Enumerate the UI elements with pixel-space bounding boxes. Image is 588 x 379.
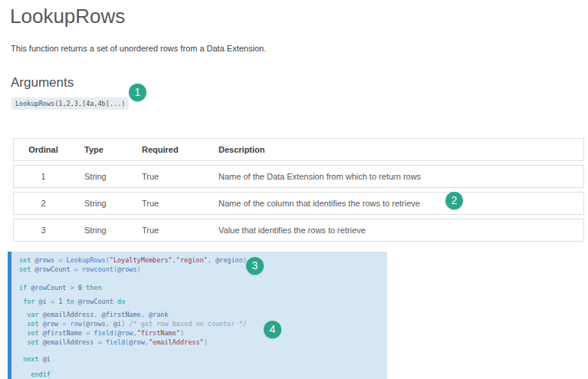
annotation-badge-1: 1 bbox=[129, 84, 146, 101]
code-line: set @firstName = field(@row,"firstName") bbox=[19, 328, 387, 338]
code-line: next @i bbox=[19, 354, 387, 364]
column-header-ordinal: Ordinal bbox=[13, 138, 73, 161]
cell-ordinal: 2 bbox=[13, 192, 73, 215]
column-header-required: Required bbox=[130, 138, 203, 161]
cell-type: String bbox=[73, 219, 130, 242]
cell-description: Name of the Data Extension from which to… bbox=[203, 165, 584, 188]
annotation-badge-4: 4 bbox=[264, 321, 281, 338]
code-block: set @rows = LookupRows("LoyaltyMembers",… bbox=[8, 252, 387, 379]
annotation-badge-2: 2 bbox=[445, 192, 463, 209]
arguments-heading: Arguments bbox=[11, 75, 74, 91]
code-line: for @i = 1 to @rowCount do bbox=[19, 297, 387, 306]
docs-page: LookupRows This function returns a set o… bbox=[0, 0, 588, 379]
annotation-badge-3: 3 bbox=[246, 257, 264, 275]
code-line: endif bbox=[19, 370, 387, 379]
cell-description: Name of the column that identifies the r… bbox=[203, 192, 584, 215]
page-description: This function returns a set of unordered… bbox=[11, 43, 266, 54]
column-header-type: Type bbox=[73, 138, 130, 161]
table-row: 2StringTrueName of the column that ident… bbox=[13, 192, 584, 215]
cell-ordinal: 1 bbox=[13, 165, 73, 188]
column-header-description: Description bbox=[203, 138, 584, 161]
table-header: OrdinalTypeRequiredDescription bbox=[13, 138, 584, 161]
arguments-table-body: 1StringTrueName of the Data Extension fr… bbox=[13, 165, 584, 242]
code-line: set @rowCount = rowcount(@rows) bbox=[19, 265, 387, 274]
code-line: var @emailAddress, @firstName, @rank bbox=[19, 310, 387, 319]
table-header-row: OrdinalTypeRequiredDescription bbox=[13, 138, 584, 161]
cell-type: String bbox=[73, 165, 130, 188]
table-row: 1StringTrueName of the Data Extension fr… bbox=[13, 165, 584, 188]
code-line: set @rows = LookupRows("LoyaltyMembers",… bbox=[19, 255, 387, 265]
table-row: 3StringTrueValue that identifies the row… bbox=[13, 219, 584, 242]
cell-required: True bbox=[130, 219, 203, 242]
cell-type: String bbox=[73, 192, 130, 215]
function-signature-chip: LookupRows(1,2,3,[4a,4b]...) bbox=[11, 97, 129, 110]
arguments-table: OrdinalTypeRequiredDescription 1StringTr… bbox=[13, 134, 584, 246]
code-line: if @rowCount > 0 then bbox=[19, 283, 387, 292]
cell-required: True bbox=[130, 192, 203, 215]
code-line: set @row = row(@rows, @i) /* get row bas… bbox=[19, 319, 387, 328]
code-line: set @emailAddress = field(@row,"emailAdd… bbox=[19, 338, 387, 347]
cell-description: Value that identifies the rows to retrie… bbox=[203, 219, 584, 242]
cell-ordinal: 3 bbox=[13, 219, 73, 242]
page-title: LookupRows bbox=[10, 2, 125, 30]
cell-required: True bbox=[130, 165, 203, 188]
